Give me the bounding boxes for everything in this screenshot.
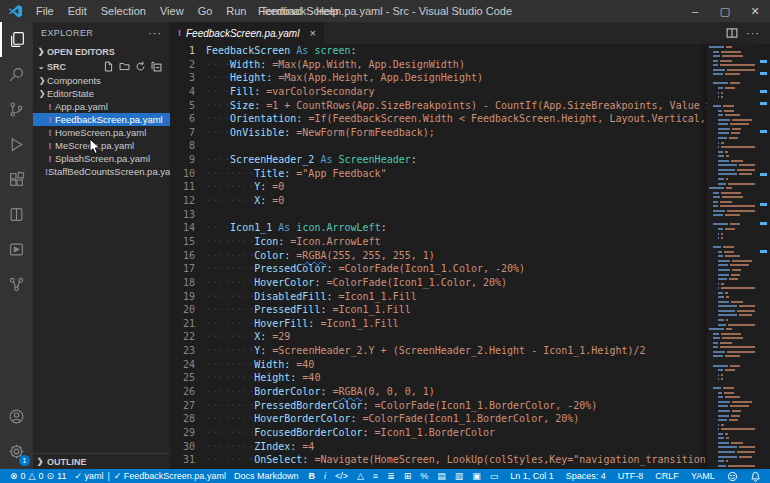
run-and-debug-icon[interactable] (0, 127, 33, 162)
code-line-28[interactable]: ········HoverBorderColor: =ColorFade(Ico… (206, 412, 770, 426)
new-folder-icon[interactable] (119, 61, 130, 72)
template-icon[interactable]: ▭ (490, 471, 499, 481)
line-number[interactable]: 29 (170, 426, 195, 440)
line-number[interactable]: 4 (170, 85, 195, 99)
code-line-25[interactable]: ········Height: =40 (206, 371, 770, 385)
italic-icon[interactable]: i (324, 471, 326, 481)
minimap[interactable] (707, 44, 757, 469)
code-line-13[interactable] (206, 208, 770, 222)
line-number[interactable]: 22 (170, 330, 195, 344)
lint-lang-status[interactable]: ✓ yaml | ✓ FeedbackScreen.pa.yaml (70, 471, 230, 481)
cursor-position[interactable]: Ln 1, Col 1 (504, 471, 560, 481)
line-number[interactable]: 2 (170, 58, 195, 72)
minimize-button[interactable]: – (680, 0, 710, 22)
line-number[interactable]: 12 (170, 194, 195, 208)
code-line-20[interactable]: ········PressedFill: =Icon1_1.Fill (206, 303, 770, 317)
line-number[interactable]: 24 (170, 358, 195, 372)
line-number[interactable]: 27 (170, 399, 195, 413)
line-number[interactable]: 5 (170, 99, 195, 113)
code-line-10[interactable]: ········Title: ="App Feedback" (206, 167, 770, 181)
code-line-6[interactable]: ····Orientation: =If(FeedbackScreen.Widt… (206, 112, 770, 126)
code-line-18[interactable]: ········HoverColor: =ColorFade(Icon1_1.C… (206, 276, 770, 290)
split-editor-icon[interactable] (726, 27, 738, 39)
notifications-bell-icon[interactable] (744, 471, 767, 482)
line-number[interactable]: 19 (170, 290, 195, 304)
code-line-3[interactable]: ····Height: =Max(App.Height, App.DesignH… (206, 71, 770, 85)
line-number[interactable]: 20 (170, 303, 195, 317)
tree-item-app-pa-yaml[interactable]: !App.pa.yaml (33, 100, 170, 113)
line-number[interactable]: 14 (170, 221, 195, 235)
accounts-icon[interactable] (0, 399, 33, 434)
code-line-5[interactable]: ····Size: =1 + CountRows(App.SizeBreakpo… (206, 99, 770, 113)
line-number[interactable]: 6 (170, 112, 195, 126)
menu-selection[interactable]: Selection (94, 0, 153, 22)
extensions-icon[interactable] (0, 162, 33, 197)
code-line-27[interactable]: ········PressedBorderColor: =ColorFade(I… (206, 399, 770, 413)
editor-more-actions[interactable]: ··· (746, 27, 760, 39)
scrollbar-decorations[interactable] (757, 44, 770, 469)
tab-close-icon[interactable]: × (309, 27, 315, 39)
code-line-16[interactable]: ········Color: =RGBA(255, 255, 255, 1) (206, 249, 770, 263)
line-number[interactable]: 10 (170, 167, 195, 181)
code-line-17[interactable]: ········PressedColor: =ColorFade(Icon1_1… (206, 262, 770, 276)
indentation[interactable]: Spaces: 4 (560, 471, 612, 481)
code-line-12[interactable]: ········X: =0 (206, 194, 770, 208)
tree-item-staffbedcountsscreen-pa-yaml[interactable]: !StaffBedCountsScreen.pa.yaml (33, 165, 170, 178)
source-control-icon[interactable] (0, 92, 33, 127)
sidebar-more-actions[interactable]: ··· (148, 27, 162, 39)
line-number[interactable]: 26 (170, 385, 195, 399)
numbered-list-icon[interactable]: ≣ (387, 471, 395, 481)
menu-terminal[interactable]: Terminal (254, 0, 310, 22)
line-number[interactable]: 31 (170, 453, 195, 467)
page-icon-3[interactable]: ▣ (472, 471, 481, 481)
tree-item-components[interactable]: ❯Components (33, 74, 170, 87)
menu-go[interactable]: Go (191, 0, 220, 22)
collapse-all-icon[interactable] (151, 61, 162, 72)
line-number[interactable]: 13 (170, 208, 195, 222)
feedback-smiley-icon[interactable] (721, 471, 744, 482)
code-content[interactable]: FeedbackScreen As screen:····Width: =Max… (204, 44, 770, 469)
tab-feedbackscreen[interactable]: ! FeedbackScreen.pa.yaml × (170, 22, 325, 44)
line-number-gutter[interactable]: 1234567891011121314151617181920212223242… (170, 44, 204, 469)
line-number[interactable]: 8 (170, 139, 195, 153)
code-line-23[interactable]: ········Y: =ScreenHeader_2.Y + (ScreenHe… (206, 344, 770, 358)
menu-help[interactable]: Help (309, 0, 346, 22)
page-icon-2[interactable]: ▥ (455, 471, 464, 481)
line-number[interactable]: 9 (170, 153, 195, 167)
settings-gear-icon[interactable]: 1 (0, 434, 33, 469)
line-number[interactable]: 25 (170, 371, 195, 385)
line-number[interactable]: 23 (170, 344, 195, 358)
code-line-26[interactable]: ········BorderColor: =RGBA(0, 0, 0, 1) (206, 385, 770, 399)
page-icon-1[interactable]: ▤ (437, 471, 446, 481)
code-line-29[interactable]: ········FocusedBorderColor: =Icon1_1.Bor… (206, 426, 770, 440)
line-number[interactable]: 30 (170, 440, 195, 454)
code-line-14[interactable]: ····Icon1_1 As icon.ArrowLeft: (206, 221, 770, 235)
outline-section[interactable]: ❯ OUTLINE (33, 453, 170, 469)
line-number[interactable]: 15 (170, 235, 195, 249)
line-number[interactable]: 1 (170, 44, 195, 58)
code-editor[interactable]: 1234567891011121314151617181920212223242… (170, 44, 770, 469)
code-line-15[interactable]: ········Icon: =Icon.ArrowLeft (206, 235, 770, 249)
src-section[interactable]: ⌄ SRC (33, 59, 170, 74)
code-line-9[interactable]: ····ScreenHeader_2 As ScreenHeader: (206, 153, 770, 167)
code-icon[interactable]: </> (335, 471, 348, 481)
eol[interactable]: CRLF (649, 471, 685, 481)
code-line-11[interactable]: ········Y: =0 (206, 180, 770, 194)
language-mode[interactable]: YAML (685, 471, 721, 481)
line-number[interactable]: 16 (170, 249, 195, 263)
code-line-19[interactable]: ········DisabledFill: =Icon1_1.Fill (206, 290, 770, 304)
code-line-24[interactable]: ········Width: =40 (206, 358, 770, 372)
line-number[interactable]: 21 (170, 317, 195, 331)
line-number[interactable]: 3 (170, 71, 195, 85)
code-line-7[interactable]: ····OnVisible: =NewForm(FormFeedback); (206, 126, 770, 140)
code-line-8[interactable] (206, 139, 770, 153)
line-number[interactable]: 11 (170, 180, 195, 194)
bulleted-list-icon[interactable]: ≡ (373, 471, 378, 481)
menu-run[interactable]: Run (219, 0, 253, 22)
tree-item-editorstate[interactable]: ❯EditorState (33, 87, 170, 100)
new-file-icon[interactable] (103, 61, 114, 72)
menu-edit[interactable]: Edit (61, 0, 94, 22)
code-line-22[interactable]: ········X: =29 (206, 330, 770, 344)
link-icon[interactable]: % (420, 471, 428, 481)
close-button[interactable]: ✕ (740, 0, 770, 22)
